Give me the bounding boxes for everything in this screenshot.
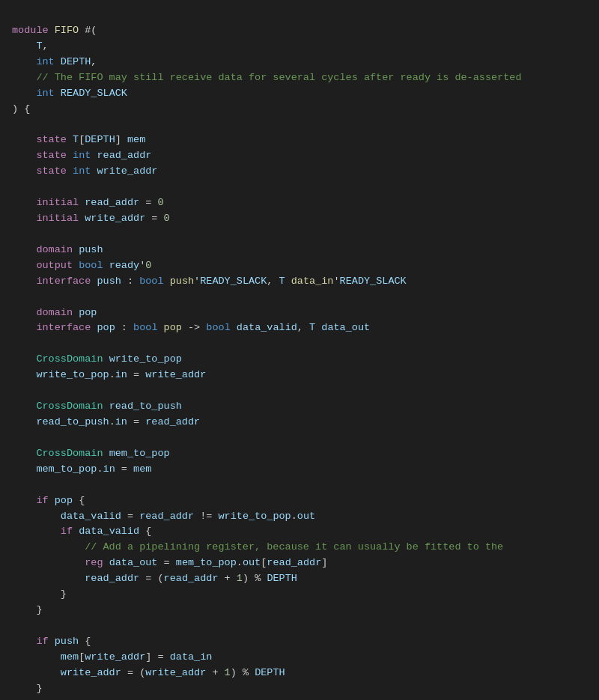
code-line-32: data_valid = read_addr != write_to_pop.o…	[12, 511, 315, 522]
code-line-28: CrossDomain mem_to_pop	[12, 448, 170, 459]
code-line-37: }	[12, 588, 67, 600]
code-line-31: if pop {	[12, 495, 85, 506]
code-line-38: }	[12, 604, 43, 615]
code-line-15: domain push	[12, 244, 103, 255]
code-editor: module FIFO #( T, int DEPTH, // The FIFO…	[12, 7, 587, 700]
code-line-17: interface push : bool push'READY_SLACK, …	[12, 276, 407, 287]
code-line-16: output bool ready'0	[12, 260, 151, 271]
code-line-36: read_addr = (read_addr + 1) % DEPTH	[12, 573, 297, 584]
code-line-42: write_addr = (write_addr + 1) % DEPTH	[12, 667, 285, 678]
code-line-20: interface pop : bool pop -> bool data_va…	[12, 322, 370, 333]
code-line-26: read_to_push.in = read_addr	[12, 416, 200, 427]
code-line-5: int READY_SLACK	[12, 88, 127, 99]
code-line-41: mem[write_addr] = data_in	[12, 651, 212, 663]
code-line-1: module FIFO #(	[12, 25, 97, 36]
code-line-4: // The FIFO may still receive data for s…	[12, 72, 522, 83]
code-line-10: state int write_addr	[12, 165, 157, 177]
code-line-34: // Add a pipelining register, because it…	[12, 541, 503, 553]
code-line-19: domain pop	[12, 307, 97, 318]
code-line-13: initial write_addr = 0	[12, 213, 170, 224]
code-line-8: state T[DEPTH] mem	[12, 134, 145, 145]
code-line-3: int DEPTH,	[12, 56, 97, 67]
code-line-33: if data_valid {	[12, 526, 151, 537]
code-line-29: mem_to_pop.in = mem	[12, 463, 151, 475]
code-line-43: }	[12, 683, 43, 694]
code-line-12: initial read_addr = 0	[12, 197, 164, 208]
code-line-22: CrossDomain write_to_pop	[12, 353, 182, 365]
code-line-2: T,	[12, 40, 49, 52]
code-line-35: reg data_out = mem_to_pop.out[read_addr]	[12, 557, 327, 568]
code-line-9: state int read_addr	[12, 150, 151, 161]
code-line-25: CrossDomain read_to_push	[12, 401, 182, 412]
code-line-6: ) {	[12, 103, 30, 115]
code-line-40: if push {	[12, 636, 91, 647]
code-line-23: write_to_pop.in = write_addr	[12, 369, 206, 380]
